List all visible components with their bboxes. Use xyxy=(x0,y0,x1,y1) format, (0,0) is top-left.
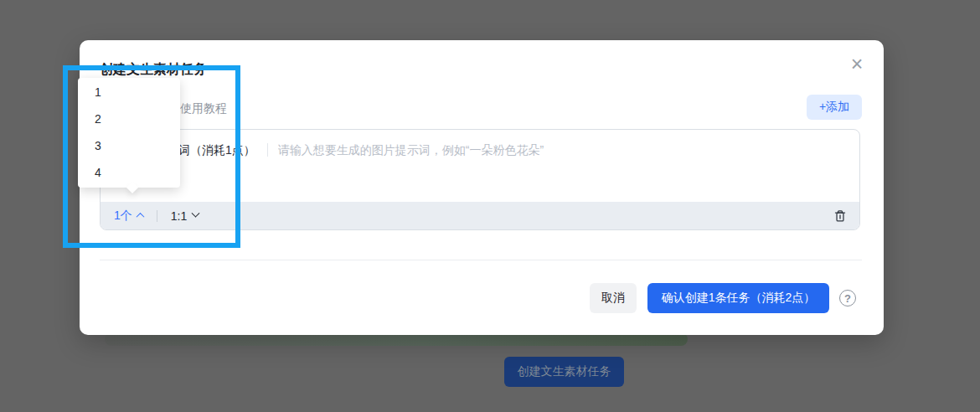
count-selector[interactable]: 1个 xyxy=(114,209,143,224)
prompt-row: 提示词（消耗1点） xyxy=(101,142,849,188)
footer-vertical-divider xyxy=(157,210,157,222)
ratio-selector[interactable]: 1:1 xyxy=(171,209,199,223)
chevron-up-icon xyxy=(136,213,144,221)
close-icon[interactable]: × xyxy=(847,54,867,74)
chevron-down-icon xyxy=(192,209,200,218)
label-divider xyxy=(267,143,268,157)
modal-title: 创建文生素材任务 xyxy=(100,61,207,78)
create-task-modal: 创建文生素材任务 × 使用教程 +添加 提示词（消耗1点） 1个 1:1 xyxy=(80,40,884,335)
delete-icon[interactable] xyxy=(833,209,848,224)
dropdown-option[interactable]: 3 xyxy=(78,132,180,159)
footer-divider xyxy=(100,260,862,260)
count-dropdown: 1 2 3 4 xyxy=(78,78,180,188)
ratio-selector-label: 1:1 xyxy=(171,209,187,223)
help-icon[interactable]: ? xyxy=(839,290,856,306)
cancel-button[interactable]: 取消 xyxy=(590,283,637,313)
prompt-input[interactable] xyxy=(278,142,849,188)
prompt-card: 提示词（消耗1点） 1个 1:1 xyxy=(100,129,860,230)
prompt-card-footer: 1个 1:1 xyxy=(101,202,859,229)
page-backdrop: 创建文生素材任务 创建文生素材任务 × 使用教程 +添加 提示词（消耗1点） 1… xyxy=(0,0,980,412)
dropdown-option[interactable]: 1 xyxy=(78,79,180,106)
dropdown-option[interactable]: 2 xyxy=(78,106,180,132)
add-button[interactable]: +添加 xyxy=(807,95,862,120)
tutorial-link[interactable]: 使用教程 xyxy=(180,100,227,116)
confirm-button[interactable]: 确认创建1条任务（消耗2点） xyxy=(647,283,829,313)
create-task-background-button: 创建文生素材任务 xyxy=(504,357,624,387)
dropdown-option[interactable]: 4 xyxy=(78,159,180,186)
count-selector-label: 1个 xyxy=(114,209,132,224)
